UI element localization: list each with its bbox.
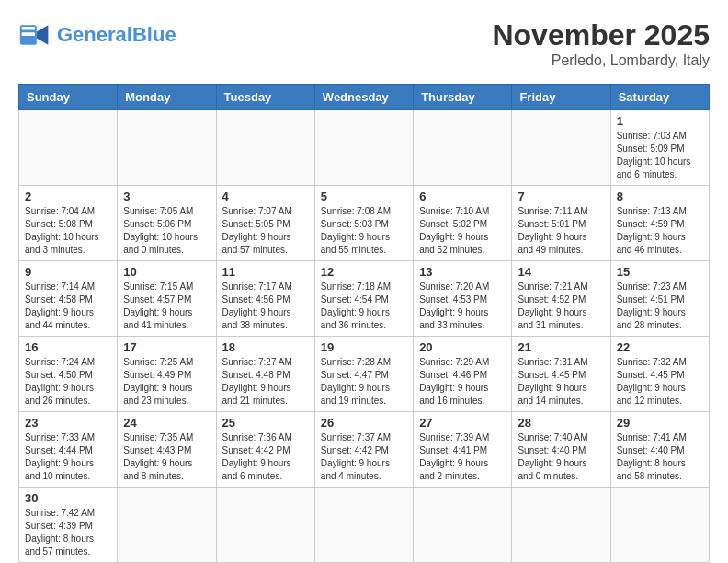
day-info: Sunrise: 7:20 AM Sunset: 4:53 PM Dayligh… (419, 281, 506, 332)
calendar-cell (414, 110, 512, 186)
day-number: 22 (617, 340, 703, 354)
day-number: 9 (25, 265, 111, 279)
calendar-cell: 3Sunrise: 7:05 AM Sunset: 5:06 PM Daylig… (118, 186, 216, 261)
calendar-cell: 7Sunrise: 7:11 AM Sunset: 5:01 PM Daylig… (512, 186, 610, 261)
calendar-cell (118, 488, 216, 563)
calendar-week-5: 23Sunrise: 7:33 AM Sunset: 4:44 PM Dayli… (19, 412, 710, 488)
calendar-cell: 28Sunrise: 7:40 AM Sunset: 4:40 PM Dayli… (512, 412, 610, 488)
day-number: 15 (617, 265, 703, 279)
day-number: 25 (222, 416, 309, 430)
day-number: 7 (518, 190, 604, 203)
calendar-cell (314, 488, 413, 563)
logo-text: GeneralBlue (57, 25, 176, 45)
calendar-cell: 26Sunrise: 7:37 AM Sunset: 4:42 PM Dayli… (314, 412, 413, 488)
day-info: Sunrise: 7:28 AM Sunset: 4:47 PM Dayligh… (321, 356, 407, 408)
calendar-cell (512, 110, 610, 186)
calendar-cell: 27Sunrise: 7:39 AM Sunset: 4:41 PM Dayli… (414, 412, 512, 488)
svg-rect-3 (22, 32, 35, 36)
calendar-cell (314, 110, 413, 186)
day-number: 26 (321, 416, 407, 430)
day-number: 1 (617, 114, 703, 128)
calendar-cell: 1Sunrise: 7:03 AM Sunset: 5:09 PM Daylig… (610, 110, 709, 186)
logo-icon (18, 18, 51, 52)
column-header-tuesday: Tuesday (216, 85, 314, 110)
day-number: 3 (123, 190, 210, 203)
calendar-cell: 24Sunrise: 7:35 AM Sunset: 4:43 PM Dayli… (118, 412, 216, 488)
day-number: 30 (25, 491, 111, 505)
month-title: November 2025 (492, 18, 710, 52)
calendar-cell: 5Sunrise: 7:08 AM Sunset: 5:03 PM Daylig… (314, 186, 413, 261)
day-info: Sunrise: 7:40 AM Sunset: 4:40 PM Dayligh… (518, 431, 604, 483)
day-number: 5 (321, 190, 407, 203)
day-number: 16 (25, 340, 111, 354)
calendar-cell: 10Sunrise: 7:15 AM Sunset: 4:57 PM Dayli… (118, 261, 216, 337)
day-info: Sunrise: 7:13 AM Sunset: 4:59 PM Dayligh… (617, 205, 703, 257)
column-header-monday: Monday (118, 85, 216, 110)
calendar-cell: 9Sunrise: 7:14 AM Sunset: 4:58 PM Daylig… (19, 261, 118, 337)
day-info: Sunrise: 7:32 AM Sunset: 4:45 PM Dayligh… (617, 356, 703, 408)
day-info: Sunrise: 7:04 AM Sunset: 5:08 PM Dayligh… (25, 205, 111, 257)
day-info: Sunrise: 7:33 AM Sunset: 4:44 PM Dayligh… (25, 431, 111, 483)
day-info: Sunrise: 7:11 AM Sunset: 5:01 PM Dayligh… (518, 205, 604, 257)
calendar-cell: 15Sunrise: 7:23 AM Sunset: 4:51 PM Dayli… (610, 261, 709, 337)
calendar-cell (512, 488, 610, 563)
day-number: 18 (222, 340, 309, 354)
day-number: 2 (25, 190, 111, 203)
day-info: Sunrise: 7:42 AM Sunset: 4:39 PM Dayligh… (25, 507, 111, 558)
day-info: Sunrise: 7:21 AM Sunset: 4:52 PM Dayligh… (518, 281, 604, 332)
calendar-week-2: 2Sunrise: 7:04 AM Sunset: 5:08 PM Daylig… (19, 186, 710, 261)
day-number: 21 (518, 340, 604, 354)
calendar-week-4: 16Sunrise: 7:24 AM Sunset: 4:50 PM Dayli… (19, 337, 710, 412)
page-header: GeneralBlue November 2025 Perledo, Lomba… (18, 18, 710, 69)
calendar-cell: 25Sunrise: 7:36 AM Sunset: 4:42 PM Dayli… (216, 412, 314, 488)
day-number: 11 (222, 265, 309, 279)
day-number: 17 (123, 340, 210, 354)
logo: GeneralBlue (18, 18, 176, 52)
day-number: 23 (25, 416, 111, 430)
day-info: Sunrise: 7:27 AM Sunset: 4:48 PM Dayligh… (222, 356, 309, 408)
logo-general: General (57, 23, 132, 46)
calendar-cell: 8Sunrise: 7:13 AM Sunset: 4:59 PM Daylig… (610, 186, 709, 261)
calendar-cell: 2Sunrise: 7:04 AM Sunset: 5:08 PM Daylig… (19, 186, 118, 261)
calendar-cell (216, 488, 314, 563)
column-header-friday: Friday (512, 85, 610, 110)
calendar-week-3: 9Sunrise: 7:14 AM Sunset: 4:58 PM Daylig… (19, 261, 710, 337)
location-title: Perledo, Lombardy, Italy (492, 52, 710, 69)
day-number: 14 (518, 265, 604, 279)
day-number: 10 (123, 265, 210, 279)
day-info: Sunrise: 7:17 AM Sunset: 4:56 PM Dayligh… (222, 281, 309, 332)
day-info: Sunrise: 7:24 AM Sunset: 4:50 PM Dayligh… (25, 356, 111, 408)
column-header-wednesday: Wednesday (314, 85, 413, 110)
day-info: Sunrise: 7:31 AM Sunset: 4:45 PM Dayligh… (518, 356, 604, 408)
day-info: Sunrise: 7:03 AM Sunset: 5:09 PM Dayligh… (617, 130, 703, 181)
day-info: Sunrise: 7:14 AM Sunset: 4:58 PM Dayligh… (25, 281, 111, 332)
logo-blue: Blue (132, 23, 176, 46)
calendar-cell (216, 110, 314, 186)
calendar-cell (118, 110, 216, 186)
calendar-cell: 16Sunrise: 7:24 AM Sunset: 4:50 PM Dayli… (19, 337, 118, 412)
calendar-cell: 19Sunrise: 7:28 AM Sunset: 4:47 PM Dayli… (314, 337, 413, 412)
day-number: 8 (617, 190, 703, 203)
day-number: 29 (617, 416, 703, 430)
day-number: 12 (321, 265, 407, 279)
day-number: 24 (123, 416, 210, 430)
calendar-header-row: SundayMondayTuesdayWednesdayThursdayFrid… (19, 85, 710, 110)
day-info: Sunrise: 7:35 AM Sunset: 4:43 PM Dayligh… (123, 431, 210, 483)
calendar-cell: 14Sunrise: 7:21 AM Sunset: 4:52 PM Dayli… (512, 261, 610, 337)
calendar-cell: 4Sunrise: 7:07 AM Sunset: 5:05 PM Daylig… (216, 186, 314, 261)
day-info: Sunrise: 7:39 AM Sunset: 4:41 PM Dayligh… (419, 431, 506, 483)
day-number: 6 (419, 190, 506, 203)
day-info: Sunrise: 7:29 AM Sunset: 4:46 PM Dayligh… (419, 356, 506, 408)
calendar-cell (610, 488, 709, 563)
column-header-thursday: Thursday (414, 85, 512, 110)
day-number: 4 (222, 190, 309, 203)
day-info: Sunrise: 7:41 AM Sunset: 4:40 PM Dayligh… (617, 431, 703, 483)
calendar-week-6: 30Sunrise: 7:42 AM Sunset: 4:39 PM Dayli… (19, 488, 710, 563)
day-number: 19 (321, 340, 407, 354)
day-info: Sunrise: 7:07 AM Sunset: 5:05 PM Dayligh… (222, 205, 309, 257)
calendar-cell: 22Sunrise: 7:32 AM Sunset: 4:45 PM Dayli… (610, 337, 709, 412)
calendar-cell: 13Sunrise: 7:20 AM Sunset: 4:53 PM Dayli… (414, 261, 512, 337)
day-number: 13 (419, 265, 506, 279)
calendar-cell: 21Sunrise: 7:31 AM Sunset: 4:45 PM Dayli… (512, 337, 610, 412)
day-info: Sunrise: 7:25 AM Sunset: 4:49 PM Dayligh… (123, 356, 210, 408)
